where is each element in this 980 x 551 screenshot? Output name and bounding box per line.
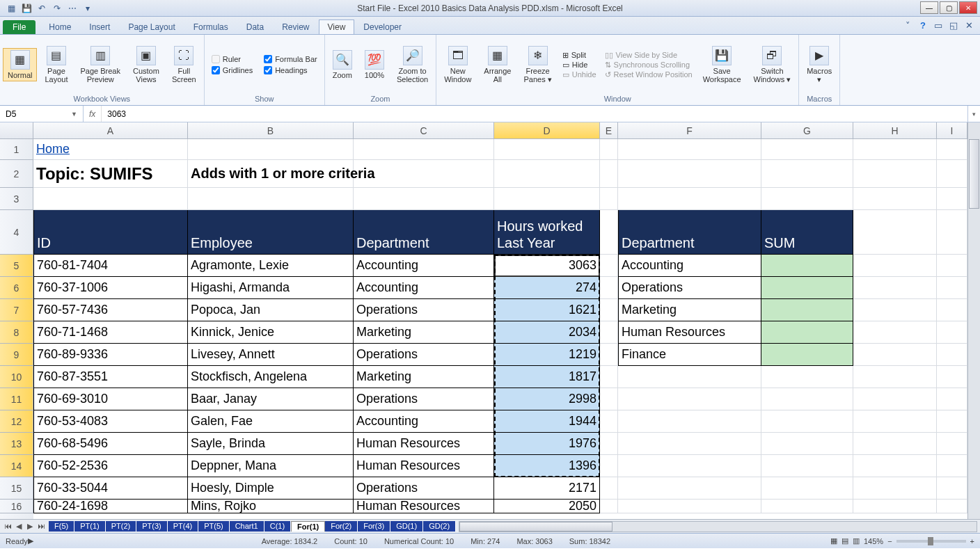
cell-E13[interactable] (600, 433, 618, 455)
cell-C6[interactable]: Accounting (354, 277, 494, 299)
row-header-12[interactable]: 12 (0, 410, 33, 433)
cell-I13[interactable] (937, 433, 967, 455)
cell-F2[interactable] (618, 160, 761, 188)
cell-E6[interactable] (600, 277, 618, 299)
row-header-13[interactable]: 13 (0, 433, 33, 455)
minimize-ribbon-icon[interactable]: ˅ (902, 19, 913, 31)
cell-F11[interactable] (618, 388, 761, 410)
full-screen-button[interactable]: ⛶Full Screen (167, 44, 201, 86)
cell-D5[interactable]: 3063 (494, 255, 600, 277)
cell-E9[interactable] (600, 344, 618, 366)
cell-H8[interactable] (853, 321, 937, 344)
file-tab[interactable]: File (3, 20, 35, 34)
col-header-D[interactable]: D (494, 122, 600, 138)
cell-B12[interactable]: Galen, Fae (188, 410, 354, 433)
macros-button[interactable]: ▶Macros ▾ (802, 44, 837, 86)
name-box-dropdown-icon[interactable]: ▼ (71, 111, 77, 118)
col-header-B[interactable]: B (188, 122, 354, 138)
cell-H6[interactable] (853, 277, 937, 299)
sheet-tab-For(1)[interactable]: For(1) (291, 521, 325, 532)
cell-C10[interactable]: Marketing (354, 366, 494, 388)
cell-B5[interactable]: Agramonte, Lexie (188, 255, 354, 277)
cell-F10[interactable] (618, 366, 761, 388)
cell-D2[interactable] (494, 160, 600, 188)
restore-workbook-icon[interactable]: ▭ (933, 19, 944, 31)
cell-C13[interactable]: Human Resources (354, 433, 494, 455)
name-box[interactable]: D5▼ (0, 106, 84, 122)
cell-B4[interactable]: Employee (188, 210, 354, 255)
cell-I4[interactable] (937, 210, 967, 255)
cell-B15[interactable]: Hoesly, Dimple (188, 477, 354, 500)
view-page-layout-icon[interactable]: ▤ (841, 536, 848, 545)
cell-E14[interactable] (600, 455, 618, 477)
row-header-2[interactable]: 2 (0, 160, 33, 188)
col-header-I[interactable]: I (937, 122, 967, 138)
headings-checkbox[interactable]: Headings (264, 66, 317, 74)
split-button[interactable]: ⊞Split (562, 51, 596, 60)
cell-I14[interactable] (937, 455, 967, 477)
sheet-nav-last-icon[interactable]: ⏭ (36, 522, 46, 531)
cell-B3[interactable] (188, 188, 354, 210)
cell-H9[interactable] (853, 344, 937, 366)
cell-E12[interactable] (600, 410, 618, 433)
cell-G9[interactable] (761, 344, 853, 366)
row-header-6[interactable]: 6 (0, 277, 33, 299)
cell-D7[interactable]: 1621 (494, 299, 600, 321)
save-icon[interactable]: 💾 (19, 1, 33, 15)
cell-A5[interactable]: 760-81-7404 (33, 255, 188, 277)
col-header-F[interactable]: F (618, 122, 761, 138)
cell-B10[interactable]: Stockfisch, Angelena (188, 366, 354, 388)
expand-formula-bar-icon[interactable]: ▾ (967, 106, 980, 122)
fx-button[interactable]: fx (84, 106, 102, 122)
cell-A13[interactable]: 760-68-5496 (33, 433, 188, 455)
row-header-3[interactable]: 3 (0, 188, 33, 210)
cell-I1[interactable] (937, 139, 967, 160)
view-page-break-icon[interactable]: ▥ (853, 536, 860, 545)
cell-D4[interactable]: Hours worked Last Year (494, 210, 600, 255)
cell-H15[interactable] (853, 477, 937, 500)
freeze-panes-button[interactable]: ❄Freeze Panes ▾ (519, 44, 556, 86)
formula-input[interactable]: 3063 (102, 109, 967, 119)
cell-F4[interactable]: Department (618, 210, 761, 255)
sheet-tab-GD(1)[interactable]: GD(1) (390, 521, 423, 532)
sheet-tab-PT(1)[interactable]: PT(1) (74, 521, 106, 532)
col-header-G[interactable]: G (761, 122, 853, 138)
cell-C15[interactable]: Operations (354, 477, 494, 500)
cell-A6[interactable]: 760-37-1006 (33, 277, 188, 299)
cell-D14[interactable]: 1396 (494, 455, 600, 477)
cell-C16[interactable]: Human Resources (354, 500, 494, 513)
switch-windows-button[interactable]: 🗗Switch Windows ▾ (749, 44, 796, 86)
row-header-11[interactable]: 11 (0, 388, 33, 410)
row-header-15[interactable]: 15 (0, 477, 33, 500)
cell-A8[interactable]: 760-71-1468 (33, 321, 188, 344)
cell-B11[interactable]: Baar, Janay (188, 388, 354, 410)
cell-G5[interactable] (761, 255, 853, 277)
tab-formulas[interactable]: Formulas (184, 19, 237, 34)
cell-F6[interactable]: Operations (618, 277, 761, 299)
cell-E5[interactable] (600, 255, 618, 277)
cell-D10[interactable]: 1817 (494, 366, 600, 388)
sheet-tab-PT(4)[interactable]: PT(4) (168, 521, 199, 532)
cell-G4[interactable]: SUM (761, 210, 853, 255)
undo-icon[interactable]: ↶ (35, 1, 49, 15)
cell-B2[interactable]: Adds with 1 or more criteria (188, 160, 354, 188)
cell-B1[interactable] (188, 139, 354, 160)
cell-C12[interactable]: Accounting (354, 410, 494, 433)
cell-C14[interactable]: Human Resources (354, 455, 494, 477)
cell-G14[interactable] (761, 455, 853, 477)
cell-F14[interactable] (618, 455, 761, 477)
zoom-level[interactable]: 145% (864, 537, 883, 545)
cell-E1[interactable] (600, 139, 618, 160)
tab-review[interactable]: Review (273, 19, 318, 34)
cell-B13[interactable]: Sayle, Brinda (188, 433, 354, 455)
cell-H4[interactable] (853, 210, 937, 255)
cell-I2[interactable] (937, 160, 967, 188)
zoom-slider[interactable] (896, 540, 966, 543)
cell-D6[interactable]: 274 (494, 277, 600, 299)
sheet-tab-Chart1[interactable]: Chart1 (230, 521, 264, 532)
cell-D1[interactable] (494, 139, 600, 160)
cell-B16[interactable]: Mins, Rojko (188, 500, 354, 513)
col-header-H[interactable]: H (853, 122, 937, 138)
cell-E2[interactable] (600, 160, 618, 188)
cell-G11[interactable] (761, 388, 853, 410)
